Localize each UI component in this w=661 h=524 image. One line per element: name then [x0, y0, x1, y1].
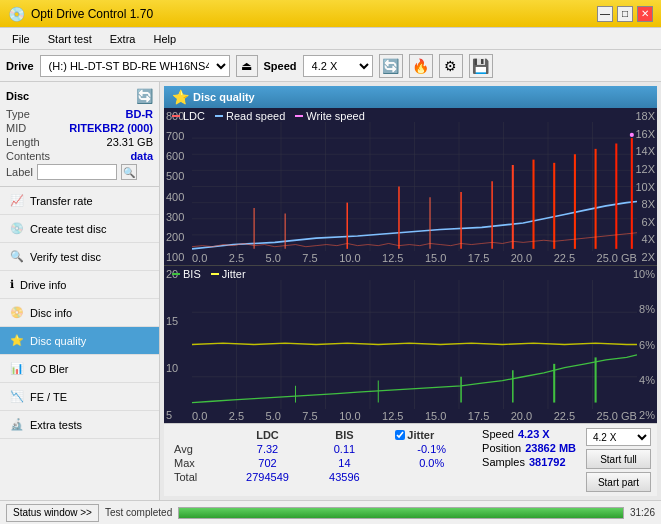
main-area: Disc 🔄 Type BD-R MID RITEKBR2 (000) Leng… — [0, 82, 661, 500]
minimize-button[interactable]: — — [597, 6, 613, 22]
sidebar: Disc 🔄 Type BD-R MID RITEKBR2 (000) Leng… — [0, 82, 160, 500]
speed-row: Speed 4.23 X — [482, 428, 576, 440]
sidebar-item-verify-test-disc[interactable]: 🔍 Verify test disc — [0, 243, 159, 271]
save-button[interactable]: 💾 — [469, 54, 493, 78]
settings-button[interactable]: ⚙ — [439, 54, 463, 78]
sidebar-item-disc-quality[interactable]: ⭐ Disc quality — [0, 327, 159, 355]
drive-select[interactable]: (H:) HL-DT-ST BD-RE WH16NS48 1.D3 — [40, 55, 230, 77]
position-label: Position — [482, 442, 521, 454]
status-window-button[interactable]: Status window >> — [6, 504, 99, 522]
legend-ldc: LDC — [172, 110, 205, 122]
max-spacer — [378, 456, 392, 470]
verify-test-disc-label: Verify test disc — [30, 251, 101, 263]
app-title: Opti Drive Control 1.70 — [31, 7, 153, 21]
speed-select[interactable]: 4.2 X — [303, 55, 373, 77]
disc-contents-row: Contents data — [6, 150, 153, 162]
chart-bottom-x-axis: 0.0 2.5 5.0 7.5 10.0 12.5 15.0 17.5 20.0… — [192, 409, 637, 423]
col-empty — [170, 428, 224, 442]
drive-info-icon: ℹ — [10, 278, 14, 291]
legend-bis-label: BIS — [183, 268, 201, 280]
refresh-button[interactable]: 🔄 — [379, 54, 403, 78]
content-area: ⭐ Disc quality LDC Read speed — [160, 82, 661, 500]
disc-mid-label: MID — [6, 122, 26, 134]
fe-te-label: FE / TE — [30, 391, 67, 403]
chart-bottom: BIS Jitter 20 15 10 5 10% — [164, 266, 657, 423]
disc-type-row: Type BD-R — [6, 108, 153, 120]
disc-label-input[interactable] — [37, 164, 117, 180]
cd-bler-icon: 📊 — [10, 362, 24, 375]
menu-help[interactable]: Help — [145, 31, 184, 47]
disc-title: Disc — [6, 90, 29, 102]
stats-total-row: Total 2794549 43596 — [170, 470, 472, 484]
maximize-button[interactable]: □ — [617, 6, 633, 22]
panel-header: ⭐ Disc quality — [164, 86, 657, 108]
disc-length-label: Length — [6, 136, 40, 148]
nav-items: 📈 Transfer rate 💿 Create test disc 🔍 Ver… — [0, 187, 159, 500]
action-speed-dropdown[interactable]: 4.2 X — [586, 428, 651, 446]
stats-area: LDC BIS Jitter Avg 7.32 — [164, 423, 657, 496]
disc-contents-value: data — [130, 150, 153, 162]
disc-quality-label: Disc quality — [30, 335, 86, 347]
sidebar-item-fe-te[interactable]: 📉 FE / TE — [0, 383, 159, 411]
start-full-button[interactable]: Start full — [586, 449, 651, 469]
total-jitter — [391, 470, 472, 484]
max-label: Max — [170, 456, 224, 470]
avg-label: Avg — [170, 442, 224, 456]
transfer-rate-label: Transfer rate — [30, 195, 93, 207]
create-test-disc-label: Create test disc — [30, 223, 106, 235]
progress-bar-fill — [179, 508, 623, 518]
burn-button[interactable]: 🔥 — [409, 54, 433, 78]
panel-title: Disc quality — [193, 91, 255, 103]
sidebar-item-extra-tests[interactable]: 🔬 Extra tests — [0, 411, 159, 439]
action-buttons: 4.2 X Start full Start part — [586, 428, 651, 492]
menu-start-test[interactable]: Start test — [40, 31, 100, 47]
verify-test-disc-icon: 🔍 — [10, 250, 24, 263]
close-button[interactable]: ✕ — [637, 6, 653, 22]
chart-top-y-right: 18X 16X 14X 12X 10X 8X 6X 4X 2X — [637, 108, 657, 265]
status-bar: Status window >> Test completed 31:26 — [0, 500, 661, 524]
jitter-col-label: Jitter — [407, 429, 434, 441]
legend-ldc-label: LDC — [183, 110, 205, 122]
legend-write-speed-label: Write speed — [306, 110, 365, 122]
total-bis: 43596 — [311, 470, 377, 484]
sidebar-item-drive-info[interactable]: ℹ Drive info — [0, 271, 159, 299]
avg-bis: 0.11 — [311, 442, 377, 456]
disc-label-search-button[interactable]: 🔍 — [121, 164, 137, 180]
total-spacer — [378, 470, 392, 484]
chart-top-svg — [192, 122, 637, 251]
start-part-button[interactable]: Start part — [586, 472, 651, 492]
samples-row: Samples 381792 — [482, 456, 576, 468]
fe-te-icon: 📉 — [10, 390, 24, 403]
sidebar-item-create-test-disc[interactable]: 💿 Create test disc — [0, 215, 159, 243]
disc-panel-header: Disc 🔄 — [6, 88, 153, 104]
cd-bler-label: CD Bler — [30, 363, 69, 375]
speed-info-value: 4.23 X — [518, 428, 550, 440]
legend-read-speed: Read speed — [215, 110, 285, 122]
chart-bottom-y-left: 20 15 10 5 — [164, 266, 192, 423]
disc-mid-value: RITEKBR2 (000) — [69, 122, 153, 134]
menu-extra[interactable]: Extra — [102, 31, 144, 47]
disc-refresh-icon[interactable]: 🔄 — [136, 88, 153, 104]
menu-file[interactable]: File — [4, 31, 38, 47]
samples-value: 381792 — [529, 456, 566, 468]
disc-length-row: Length 23.31 GB — [6, 136, 153, 148]
position-value: 23862 MB — [525, 442, 576, 454]
chart-top-x-axis: 0.0 2.5 5.0 7.5 10.0 12.5 15.0 17.5 20.0… — [192, 251, 637, 265]
total-ldc: 2794549 — [224, 470, 311, 484]
sidebar-item-disc-info[interactable]: 📀 Disc info — [0, 299, 159, 327]
avg-ldc: 7.32 — [224, 442, 311, 456]
legend-bis: BIS — [172, 268, 201, 280]
disc-label-label: Label — [6, 166, 33, 178]
sidebar-item-cd-bler[interactable]: 📊 CD Bler — [0, 355, 159, 383]
disc-panel: Disc 🔄 Type BD-R MID RITEKBR2 (000) Leng… — [0, 82, 159, 187]
max-ldc: 702 — [224, 456, 311, 470]
title-bar: 💿 Opti Drive Control 1.70 — □ ✕ — [0, 0, 661, 28]
disc-type-label: Type — [6, 108, 30, 120]
eject-button[interactable]: ⏏ — [236, 55, 258, 77]
svg-point-30 — [630, 133, 634, 137]
legend-jitter-label: Jitter — [222, 268, 246, 280]
jitter-checkbox[interactable] — [395, 430, 405, 440]
sidebar-item-transfer-rate[interactable]: 📈 Transfer rate — [0, 187, 159, 215]
col-jitter: Jitter — [391, 428, 472, 442]
legend-write-speed: Write speed — [295, 110, 365, 122]
